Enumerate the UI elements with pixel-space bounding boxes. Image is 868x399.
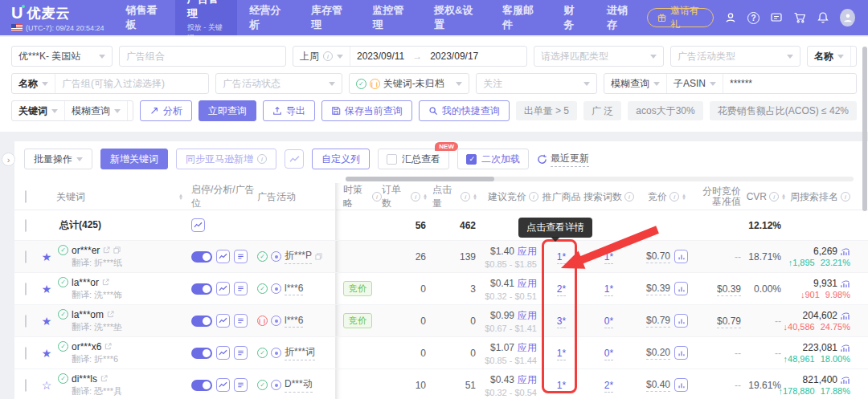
placement-button[interactable] [234, 378, 248, 392]
second-load-checkbox[interactable]: 二次加载 [457, 149, 529, 169]
keyword-input[interactable] [128, 105, 133, 116]
nav-item-sales-board[interactable]: 销售看板 [113, 0, 175, 35]
search-terms-link[interactable]: 0* [604, 316, 613, 328]
campaign-link[interactable]: l***6 [285, 315, 303, 328]
enable-toggle[interactable] [191, 251, 212, 263]
rank-chart-icon[interactable] [840, 247, 850, 256]
nav-item-auth-settings[interactable]: 授权&设置 [422, 0, 490, 35]
select-all-checkbox[interactable] [25, 190, 27, 203]
custom-columns-button[interactable]: 自定义列 [312, 149, 370, 169]
star-icon[interactable] [37, 283, 56, 295]
fuzzy-query-select[interactable]: 模糊查询 [65, 101, 128, 120]
table-horizontal-scrollbar[interactable] [346, 177, 854, 181]
products-link[interactable]: 3* [557, 316, 566, 328]
match-type-select[interactable]: 请选择匹配类型 [534, 46, 664, 67]
rank-chart-icon[interactable] [840, 311, 850, 320]
star-outline-icon[interactable] [37, 380, 56, 391]
enable-toggle[interactable] [191, 380, 212, 391]
nav-item-monitoring[interactable]: 监控管理 [360, 0, 422, 35]
analysis-chart-button[interactable] [216, 378, 230, 392]
help-icon[interactable]: ? [747, 11, 760, 25]
nav-item-business-analysis[interactable]: 经营分析 [237, 0, 299, 35]
bid-base-value[interactable]: $0.79 [717, 316, 741, 328]
date-start[interactable]: 2023/09/11 [357, 51, 404, 62]
enable-toggle[interactable] [191, 348, 212, 359]
analysis-chart-button[interactable] [216, 250, 230, 263]
focus-select[interactable]: 关注 [476, 73, 597, 94]
bid-chart-button[interactable] [674, 282, 688, 295]
archive-status-select[interactable]: ✓ ❙❙ 关键词-未归档 [349, 73, 470, 94]
save-current-query-button[interactable]: 保存当前查询 [321, 100, 412, 121]
analysis-chart-button[interactable] [216, 314, 230, 328]
external-link-icon[interactable] [102, 279, 109, 286]
apply-bid-link[interactable]: 应用 [518, 342, 537, 353]
page-vertical-scrollbar[interactable] [862, 47, 867, 211]
row-checkbox[interactable] [25, 379, 27, 392]
date-end[interactable]: 2023/09/17 [430, 51, 478, 62]
star-icon[interactable] [37, 251, 56, 263]
campaign-type-select[interactable]: 广告活动类型 [670, 46, 800, 67]
bid-value[interactable]: $0.20 [646, 347, 670, 360]
bid-value[interactable]: $0.40 [646, 379, 670, 392]
date-range-picker[interactable]: 上周 2023/09/11 → 2023/09/17 [293, 46, 527, 67]
apply-bid-link[interactable]: 应用 [518, 374, 537, 385]
bid-chart-button[interactable] [674, 314, 688, 328]
query-now-button[interactable]: 立即查询 [199, 100, 256, 121]
row-checkbox[interactable] [25, 250, 27, 263]
analyze-button[interactable]: 分析 [140, 100, 192, 121]
row-checkbox[interactable] [25, 283, 27, 295]
scrollbar-thumb[interactable] [346, 177, 494, 181]
enable-toggle[interactable] [191, 283, 212, 295]
campaign-status-select[interactable]: 广告活动状态 [215, 73, 342, 94]
bid-value[interactable]: $0.70 [646, 250, 670, 263]
placement-button[interactable] [234, 250, 248, 263]
message-icon[interactable] [770, 11, 783, 25]
placement-button[interactable] [234, 282, 248, 295]
bid-chart-button[interactable] [674, 346, 688, 360]
nav-item-customer-email[interactable]: 客服邮件 [490, 0, 552, 35]
bid-value[interactable]: $0.39 [646, 283, 670, 295]
external-link-icon[interactable] [103, 246, 110, 254]
star-icon[interactable] [37, 316, 56, 327]
sort-icon[interactable] [423, 193, 428, 200]
analysis-chart-button[interactable] [216, 282, 230, 295]
keyword-text[interactable]: or***er [72, 245, 100, 256]
apply-bid-link[interactable]: 应用 [518, 310, 537, 321]
child-asin-select[interactable]: 子ASIN [667, 74, 723, 93]
external-link-icon[interactable] [107, 311, 114, 318]
date-preset-select[interactable]: 上周 [293, 47, 350, 66]
rank-chart-icon[interactable] [840, 344, 850, 352]
add-keyword-button[interactable]: 新增关键词 [100, 149, 168, 169]
products-link[interactable]: 1* [557, 251, 566, 264]
keyword-text[interactable]: la***om [72, 309, 104, 320]
placement-button[interactable] [234, 314, 248, 328]
contact-icon[interactable] [724, 11, 737, 25]
campaign-input[interactable] [851, 51, 857, 62]
search-terms-link[interactable]: 1* [604, 283, 613, 296]
bid-base-value[interactable]: $0.39 [717, 283, 741, 296]
apply-bid-link[interactable]: 应用 [518, 278, 537, 289]
enable-toggle[interactable] [191, 316, 212, 327]
summary-view-checkbox[interactable]: 汇总查看 NEW [378, 149, 449, 169]
apply-bid-link[interactable]: 应用 [518, 246, 537, 257]
campaign-link[interactable]: D***动 [285, 377, 313, 393]
sort-icon[interactable] [682, 193, 686, 200]
external-link-icon[interactable] [100, 375, 108, 382]
search-terms-link[interactable]: 2* [604, 380, 613, 393]
brand[interactable]: U 优麦云 (UTC-7): 09/24 20:54:24 [0, 0, 113, 35]
name-mode-select[interactable]: 名称 [12, 74, 55, 93]
invite-reward-button[interactable]: 邀请有礼 [647, 8, 714, 27]
placement-button[interactable] [234, 346, 248, 360]
sync-amazon-button[interactable]: 同步亚马逊新增 [176, 149, 276, 169]
analysis-chart-button[interactable] [216, 346, 230, 360]
recent-update-button[interactable]: 最近更新 [537, 152, 589, 167]
copy-icon[interactable] [315, 253, 322, 260]
user-avatar[interactable] [840, 9, 855, 26]
my-quick-query-button[interactable]: 我的快捷查询 [419, 100, 510, 121]
campaign-link[interactable]: 折***词 [285, 345, 315, 360]
search-terms-link[interactable]: 1* [604, 251, 613, 264]
row-checkbox[interactable] [25, 219, 27, 232]
portfolio-input[interactable] [119, 46, 286, 67]
keyword-text[interactable]: la***or [72, 277, 99, 288]
adgroup-input[interactable] [55, 78, 208, 89]
